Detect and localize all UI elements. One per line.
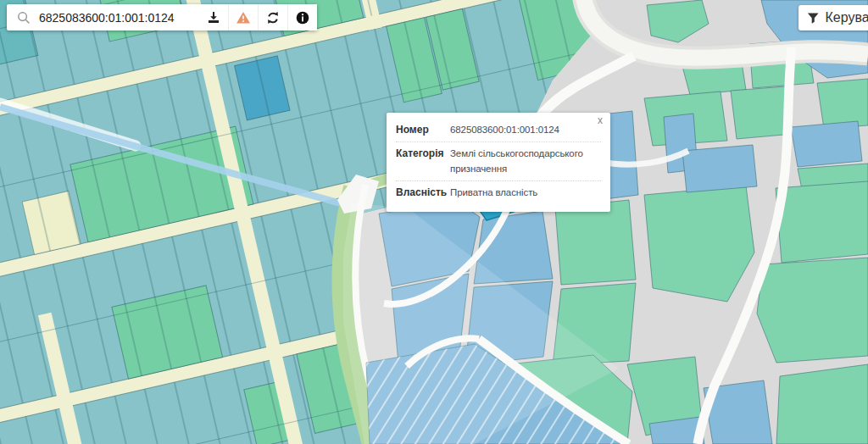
download-button[interactable] [198, 4, 228, 31]
layer-manage-button[interactable]: Керування [798, 5, 868, 31]
popup-row-label: Номер [396, 123, 450, 137]
parcel-info-popup: x Номер 6825083600:01:001:0124 Категорія… [387, 113, 610, 212]
info-button[interactable] [287, 4, 317, 31]
info-icon [296, 11, 309, 25]
popup-close-icon[interactable]: x [596, 114, 604, 127]
warning-button[interactable] [228, 4, 258, 31]
popup-row-label: Категорія [396, 147, 450, 176]
popup-row-value: 6825083600:01:001:0124 [450, 123, 601, 137]
refresh-button[interactable] [258, 4, 287, 31]
popup-row-label: Власність [396, 186, 450, 200]
popup-row-ownership: Власність Приватна власність [396, 181, 601, 204]
warning-icon [236, 11, 251, 25]
download-icon [207, 11, 220, 25]
funnel-icon [807, 12, 820, 25]
popup-row-value: Землі сільськогосподарського призначення [450, 147, 601, 176]
search-bar [7, 4, 317, 31]
cadastral-map-app: Керування x Номер 6825083600:01:001:0124… [0, 0, 868, 444]
popup-row-value: Приватна власність [450, 186, 601, 200]
refresh-icon [266, 11, 280, 25]
map-canvas[interactable] [0, 0, 868, 444]
popup-row-number: Номер 6825083600:01:001:0124 [396, 119, 601, 142]
popup-row-category: Категорія Землі сільськогосподарського п… [396, 142, 601, 181]
search-icon [7, 4, 36, 31]
search-input[interactable] [36, 4, 198, 31]
layer-manage-label: Керування [826, 10, 868, 25]
